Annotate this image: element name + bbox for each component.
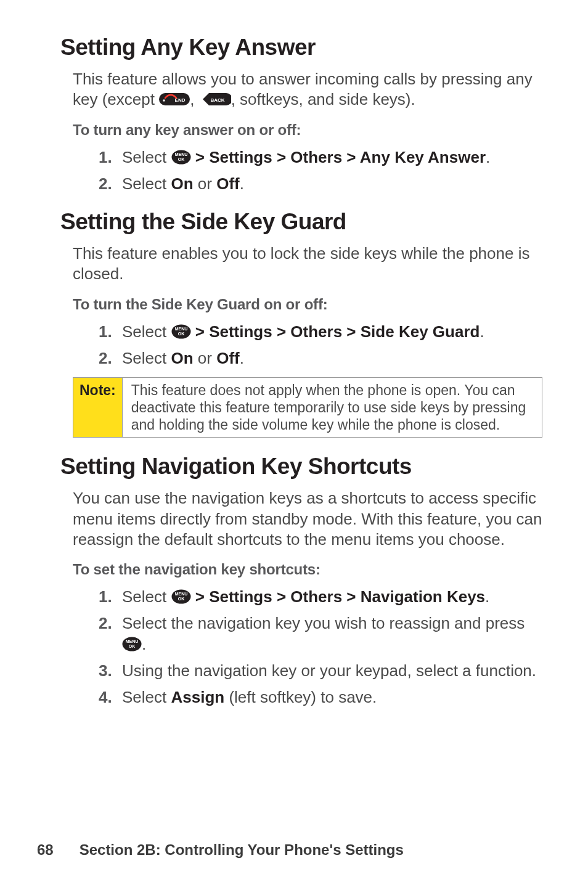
page-footer: 68 Section 2B: Controlling Your Phone's …	[37, 841, 404, 859]
text: Select	[122, 322, 171, 341]
note-box: Note: This feature does not apply when t…	[73, 377, 542, 438]
text: ,	[190, 90, 198, 108]
menu-ok-key-icon	[171, 150, 191, 165]
option-off: Off	[216, 349, 240, 367]
text: Select	[122, 174, 171, 193]
text: .	[240, 349, 244, 367]
step-number: 2.	[99, 348, 112, 369]
list-item: 1. Select > Settings > Others > Side Key…	[99, 322, 542, 342]
text: Select	[122, 349, 171, 367]
menu-path: > Settings > Others > Side Key Guard	[191, 322, 480, 341]
menu-ok-key-icon	[171, 324, 191, 339]
text: or	[194, 174, 217, 193]
softkey-assign: Assign	[171, 688, 225, 706]
note-message: This feature does not apply when the pho…	[123, 378, 542, 437]
text: .	[480, 322, 484, 341]
lead-nav-key: To set the navigation key shortcuts:	[73, 561, 542, 578]
text: Select	[122, 148, 171, 166]
text: Select the navigation key you wish to re…	[122, 614, 525, 632]
steps-nav-key: 1. Select > Settings > Others > Navigati…	[60, 587, 542, 708]
text: , softkeys, and side keys).	[231, 90, 415, 108]
option-on: On	[171, 349, 194, 367]
text: .	[485, 587, 489, 606]
menu-path: > Settings > Others > Navigation Keys	[191, 587, 486, 606]
menu-path: > Settings > Others > Any Key Answer	[191, 148, 486, 166]
list-item: 1. Select > Settings > Others > Navigati…	[99, 587, 542, 607]
lead-side-key: To turn the Side Key Guard on or off:	[73, 296, 542, 313]
menu-ok-key-icon	[171, 589, 191, 604]
text: or	[194, 349, 217, 367]
option-off: Off	[216, 174, 240, 193]
option-on: On	[171, 174, 194, 193]
step-number: 1.	[99, 587, 112, 607]
step-number: 1.	[99, 322, 112, 342]
text: .	[240, 174, 244, 193]
text: Select	[122, 587, 171, 606]
step-number: 2.	[99, 174, 112, 194]
list-item: 3. Using the navigation key or your keyp…	[99, 661, 542, 681]
note-tag: Note:	[73, 378, 123, 437]
step-number: 2.	[99, 613, 112, 634]
para-side-key-guard: This feature enables you to lock the sid…	[73, 243, 542, 285]
lead-any-key: To turn any key answer on or off:	[73, 121, 542, 139]
heading-side-key-guard: Setting the Side Key Guard	[60, 209, 542, 235]
section-title: Section 2B: Controlling Your Phone's Set…	[80, 841, 404, 858]
page-number: 68	[37, 841, 75, 859]
text: .	[486, 148, 490, 166]
list-item: 4. Select Assign (left softkey) to save.	[99, 687, 542, 708]
text: (left softkey) to save.	[224, 688, 377, 706]
text: .	[142, 635, 146, 653]
para-nav-key-shortcuts: You can use the navigation keys as a sho…	[73, 488, 542, 550]
list-item: 2. Select the navigation key you wish to…	[99, 613, 542, 655]
text: Select	[122, 688, 171, 706]
list-item: 2. Select On or Off.	[99, 348, 542, 369]
step-number: 1.	[99, 147, 112, 168]
end-key-icon	[159, 92, 190, 107]
steps-any-key: 1. Select > Settings > Others > Any Key …	[60, 147, 542, 195]
list-item: 2. Select On or Off.	[99, 174, 542, 194]
step-number: 3.	[99, 661, 112, 681]
step-number: 4.	[99, 687, 112, 708]
heading-any-key-answer: Setting Any Key Answer	[60, 35, 542, 60]
list-item: 1. Select > Settings > Others > Any Key …	[99, 147, 542, 168]
steps-side-key: 1. Select > Settings > Others > Side Key…	[60, 322, 542, 369]
heading-nav-key-shortcuts: Setting Navigation Key Shortcuts	[60, 454, 542, 480]
back-key-icon	[199, 92, 231, 107]
text: Using the navigation key or your keypad,…	[122, 661, 536, 680]
menu-ok-key-icon	[122, 637, 142, 651]
para-any-key-answer: This feature allows you to answer incomi…	[73, 69, 542, 110]
page: Setting Any Key Answer This feature allo…	[0, 0, 588, 882]
